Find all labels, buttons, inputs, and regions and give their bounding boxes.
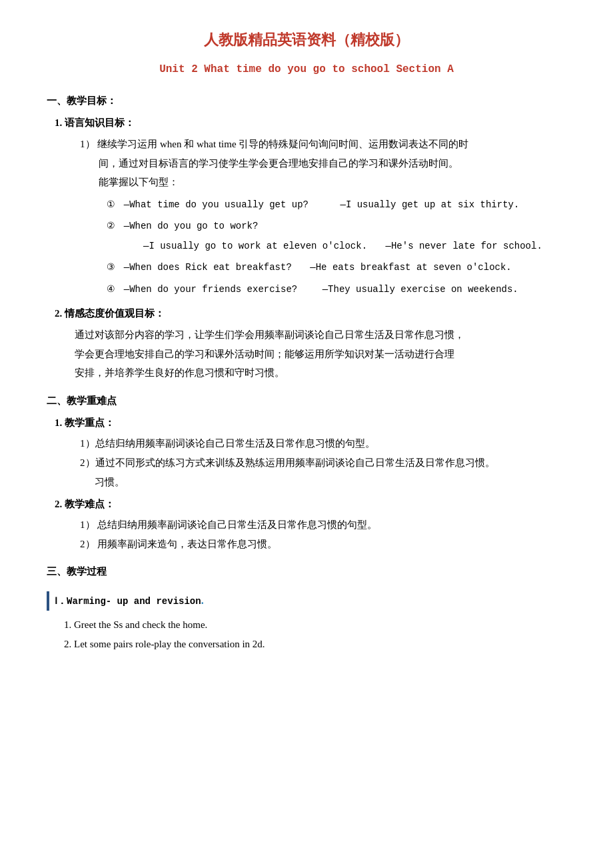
warming-dot: .: [201, 595, 204, 606]
section2-sub2-heading: 2. 教学难点：: [55, 495, 566, 513]
warming-item2: 2. Let some pairs role-play the conversa…: [64, 635, 566, 653]
item1-text2: 间，通过对目标语言的学习使学生学会更合理地安排自己的学习和课外活动时间。: [99, 158, 458, 169]
section2-sub1-item1: 1）总结归纳用频率副词谈论自己日常生活及日常作息习惯的句型。: [80, 435, 566, 453]
item1-text3: 能掌握以下句型：: [99, 177, 179, 187]
ex1-a: —I usually get up at six thirty.: [340, 199, 520, 210]
ex1-q: —What time do you usually get up?: [124, 199, 308, 210]
sub2-text2: 学会更合理地安排自己的学习和课外活动时间；能够运用所学知识对某一活动进行合理: [75, 349, 454, 359]
section2-sub1-items: 1）总结归纳用频率副词谈论自己日常生活及日常作息习惯的句型。 2）通过不同形式的…: [80, 435, 566, 491]
ex3-num: ③: [107, 259, 121, 277]
item1-block: 1） 继续学习运用 when 和 what time 引导的特殊疑问句询问时间、…: [80, 135, 566, 154]
ex4-a: —They usually exercise on weekends.: [322, 284, 518, 295]
warming-item1: 1. Greet the Ss and check the home.: [64, 616, 566, 634]
sub-title: Unit 2 What time do you go to school Sec…: [47, 60, 566, 79]
ex2-a1: —I usually go to work at eleven o'clock.: [143, 241, 367, 251]
item1-text1: 继续学习运用 when 和 what time 引导的特殊疑问句询问时间、运用数…: [97, 139, 468, 149]
ex4-q: —When do your friends exercise?: [124, 284, 297, 295]
section1-heading: 一、教学目标：: [47, 92, 566, 110]
section2-heading: 二、教学重难点: [47, 392, 566, 410]
section2-sub1-item2-cont: 习惯。: [95, 473, 566, 491]
warming-items: 1. Greet the Ss and check the home. 2. L…: [56, 616, 566, 653]
item1-text3-block: 能掌握以下句型：: [99, 173, 566, 192]
example3: ③ —When does Rick eat breakfast? —He eat…: [107, 257, 566, 277]
sub2-heading: 2. 情感态度价值观目标：: [55, 305, 566, 323]
section2-sub2-items: 1） 总结归纳用频率副词谈论自己日常生活及日常作息习惯的句型。 2） 用频率副词…: [80, 516, 566, 553]
sub1-heading: 1. 语言知识目标：: [55, 114, 566, 132]
example2-a: —I usually go to work at eleven o'clock.…: [143, 237, 566, 255]
ex1-num: ①: [107, 196, 121, 214]
ex2-a2: —He's never late for school.: [386, 241, 542, 251]
example2-q: ② —When do you go to work?: [107, 216, 566, 235]
section3-heading: 三、教学过程: [47, 563, 566, 581]
section2-sub2-item2: 2） 用频率副词来造句，表达日常作息习惯。: [80, 535, 566, 553]
sub2-text1: 通过对该部分内容的学习，让学生们学会用频率副词谈论自己日常生活及日常作息习惯，: [75, 329, 464, 340]
item1-num: 1）: [80, 139, 95, 149]
section2-sub2-item1: 1） 总结归纳用频率副词谈论自己日常生活及日常作息习惯的句型。: [80, 516, 566, 534]
ex4-num: ④: [107, 281, 121, 299]
ex3-a: —He eats breakfast at seven o'clock.: [310, 262, 511, 273]
main-title: 人教版精品英语资料（精校版）: [47, 27, 566, 53]
example4: ④ —When do your friends exercise? —They …: [107, 279, 566, 299]
section2-sub1-heading: 1. 教学重点：: [55, 414, 566, 432]
ex3-q: —When does Rick eat breakfast?: [124, 262, 292, 273]
sub2-text: 通过对该部分内容的学习，让学生们学会用频率副词谈论自己日常生活及日常作息习惯， …: [75, 325, 566, 383]
page-container: 人教版精品英语资料（精校版） Unit 2 What time do you g…: [47, 27, 566, 653]
warming-heading-block: Ⅰ．Warming- up and revision.: [47, 591, 566, 611]
ex2-q: —When do you go to work?: [124, 221, 259, 231]
ex2-num: ②: [107, 217, 121, 235]
warming-heading-text: Ⅰ．Warming- up and revision: [55, 596, 201, 607]
item1-text2-block: 间，通过对目标语言的学习使学生学会更合理地安排自己的学习和课外活动时间。: [99, 154, 566, 173]
sub2-text3: 安排，并培养学生良好的作息习惯和守时习惯。: [75, 367, 285, 378]
example1: ① —What time do you usually get up? —I u…: [107, 195, 566, 214]
section2-sub1-item2-line1: 2）通过不同形式的练习方式来训练及熟练运用用频率副词谈论自己日常生活及日常作息习…: [80, 454, 566, 472]
